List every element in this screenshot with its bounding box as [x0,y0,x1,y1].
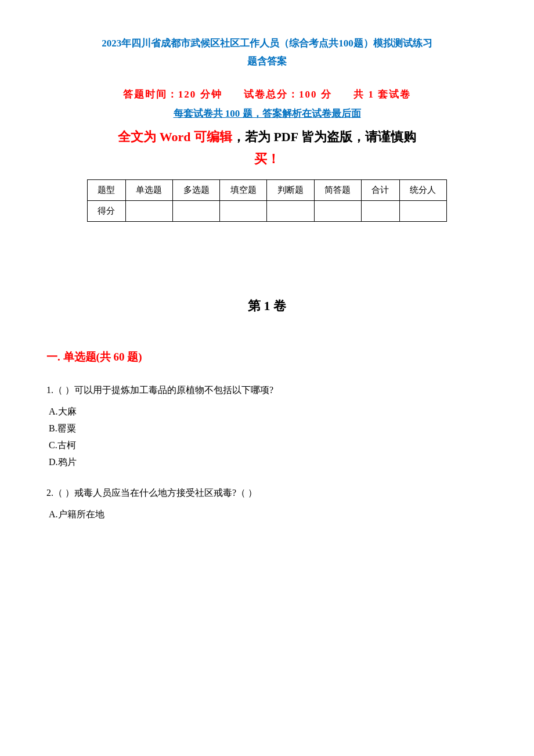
question-1: 1.（ ）可以用于提炼加工毒品的原植物不包括以下哪项? A.大麻 B.罂粟 C.… [46,382,488,470]
col-header-fill: 填空题 [220,180,267,201]
question-2-option-a: A.户籍所在地 [49,506,488,523]
meta-info: 答题时间：120 分钟 试卷总分：100 分 共 1 套试卷 [46,88,488,101]
score-table: 题型 单选题 多选题 填空题 判断题 简答题 合计 统分人 得分 [87,179,447,222]
title-line2: 题含答案 [247,56,287,67]
score-scorer [399,201,446,222]
score-label: 试卷总分：100 分 [244,89,332,100]
volume-title: 第 1 卷 [46,297,488,315]
word-notice: 全文为 Word 可编辑，若为 PDF 皆为盗版，请谨慎购 [46,128,488,146]
section-title-text: 一. 单选题(共 60 题) [46,351,142,363]
question-1-option-b: B.罂粟 [49,420,488,437]
score-single [125,201,172,222]
table-header-row: 题型 单选题 多选题 填空题 判断题 简答题 合计 统分人 [88,180,447,201]
sets-label: 共 1 套试卷 [353,89,411,100]
subtitle-section: 每套试卷共 100 题，答案解析在试卷最后面 [46,107,488,120]
score-multi [173,201,220,222]
section-title: 一. 单选题(共 60 题) [46,350,488,365]
question-2-text: 2.（ ）戒毒人员应当在什么地方接受社区戒毒?（ ） [46,485,488,501]
time-label: 答题时间：120 分钟 [123,89,222,100]
question-1-option-c: C.古柯 [49,437,488,454]
word-part2: ，若为 PDF 皆为盗版，请谨慎购 [232,129,416,144]
main-title: 2023年四川省成都市武候区社区工作人员（综合考点共100题）模拟测试练习 题含… [46,35,488,70]
col-header-short: 简答题 [314,180,361,201]
score-total [361,201,399,222]
word-part3: 买！ [254,152,280,166]
score-short [314,201,361,222]
score-label-cell: 得分 [88,201,126,222]
title-section: 2023年四川省成都市武候区社区工作人员（综合考点共100题）模拟测试练习 题含… [46,35,488,70]
table-score-row: 得分 [88,201,447,222]
question-2: 2.（ ）戒毒人员应当在什么地方接受社区戒毒?（ ） A.户籍所在地 [46,485,488,523]
spacer1 [46,233,488,280]
col-header-judge: 判断题 [267,180,314,201]
title-line1: 2023年四川省成都市武候区社区工作人员（综合考点共100题）模拟测试练习 [102,38,432,49]
subtitle-text: 每套试卷共 100 题，答案解析在试卷最后面 [174,108,361,119]
col-header-type: 题型 [88,180,126,201]
question-1-option-d: D.鸦片 [49,454,488,471]
question-1-text: 1.（ ）可以用于提炼加工毒品的原植物不包括以下哪项? [46,382,488,398]
question-1-option-a: A.大麻 [49,404,488,420]
col-header-total: 合计 [361,180,399,201]
word-notice-line2: 买！ [46,150,488,168]
score-judge [267,201,314,222]
col-header-multi: 多选题 [173,180,220,201]
word-part1: 全文为 Word 可编辑 [118,129,232,144]
volume-title-text: 第 1 卷 [248,298,286,313]
score-fill [220,201,267,222]
col-header-scorer: 统分人 [399,180,446,201]
col-header-single: 单选题 [125,180,172,201]
